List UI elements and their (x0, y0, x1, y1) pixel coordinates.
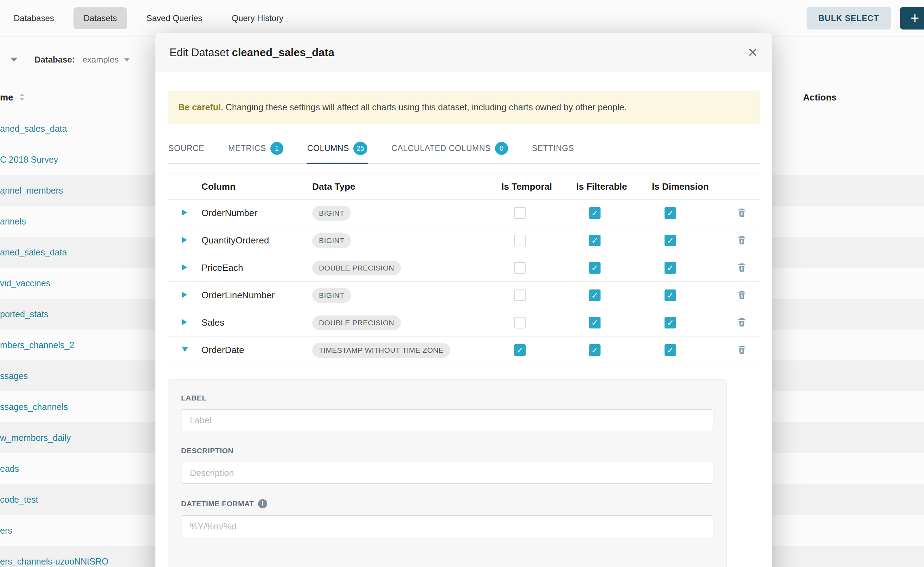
bulk-select-button[interactable]: BULK SELECT (807, 7, 891, 30)
dataset-link[interactable]: ssages (0, 371, 28, 381)
is-filterable-checkbox[interactable] (589, 235, 600, 246)
tab-label: CALCULATED COLUMNS (391, 144, 491, 153)
is-dimension-checkbox[interactable] (665, 317, 676, 328)
is-dimension-checkbox[interactable] (665, 262, 676, 274)
is-temporal-checkbox[interactable] (514, 344, 526, 356)
column-name: OrderDate (202, 345, 312, 356)
dataset-link[interactable]: ported_stats (0, 309, 48, 320)
is-temporal-checkbox[interactable] (514, 290, 526, 301)
header-is-temporal: Is Temporal (501, 181, 576, 192)
is-filterable-checkbox[interactable] (589, 344, 600, 356)
database-filter-value[interactable]: examples (83, 55, 119, 64)
description-input[interactable] (181, 462, 713, 484)
is-filterable-checkbox[interactable] (589, 317, 600, 328)
tab-label: SOURCE (169, 144, 204, 153)
nav-item-databases[interactable]: Databases (3, 8, 64, 29)
datetime-format-field: DATETIME FORMAT i (181, 499, 713, 537)
delete-icon[interactable] (737, 262, 747, 273)
dataset-link[interactable]: ssages_channels (0, 402, 68, 412)
edit-dataset-modal: Edit Dataset cleaned_sales_data ✕ Be car… (155, 33, 772, 567)
expand-caret-icon[interactable] (182, 319, 187, 325)
is-dimension-checkbox[interactable] (665, 207, 676, 219)
sort-icons[interactable] (20, 93, 25, 101)
tab-count-badge: 0 (495, 142, 508, 155)
modal-title-prefix: Edit Dataset (170, 46, 229, 58)
tab-count-badge: 1 (270, 142, 283, 155)
expand-caret-icon[interactable] (182, 292, 187, 298)
datetime-format-field-label: DATETIME FORMAT i (181, 499, 713, 508)
is-temporal-checkbox[interactable] (514, 317, 526, 328)
columns-tbody: OrderNumber BIGINT QuantityOrdered BIGIN… (168, 200, 760, 364)
tab-columns[interactable]: COLUMNS 25 (307, 140, 368, 164)
tab-settings[interactable]: SETTINGS (531, 140, 575, 164)
nav-item-saved-queries[interactable]: Saved Queries (136, 8, 212, 29)
is-temporal-checkbox[interactable] (514, 262, 526, 274)
dataset-link[interactable]: vid_vaccines (0, 278, 50, 288)
column-name: OrderNumber (202, 208, 312, 219)
column-row: OrderLineNumber BIGINT (168, 282, 760, 309)
dataset-link[interactable]: eads (0, 464, 19, 474)
dataset-link[interactable]: annel_members (0, 186, 63, 196)
dataset-link[interactable]: code_test (0, 495, 38, 505)
is-filterable-checkbox[interactable] (589, 207, 600, 219)
delete-icon[interactable] (737, 344, 747, 355)
column-name: OrderLineNumber (202, 290, 312, 301)
is-dimension-checkbox[interactable] (665, 235, 676, 246)
tab-calculated-columns[interactable]: CALCULATED COLUMNS 0 (391, 140, 509, 164)
nav-item-query-history[interactable]: Query History (221, 8, 293, 29)
is-temporal-checkbox[interactable] (514, 235, 526, 246)
expand-caret-icon[interactable] (182, 237, 187, 243)
delete-icon[interactable] (737, 317, 747, 327)
dataset-link[interactable]: aned_sales_data (0, 248, 67, 258)
tab-count-badge: 25 (354, 142, 367, 155)
nav-item-label: Query History (232, 14, 283, 23)
actions-column-header: Actions (803, 92, 837, 103)
label-field-label: LABEL (181, 394, 713, 402)
delete-icon[interactable] (737, 235, 747, 245)
is-filterable-checkbox[interactable] (589, 262, 600, 274)
warning-bold-text: Be careful. (178, 102, 223, 112)
description-field: DESCRIPTION (181, 447, 713, 484)
chevron-down-icon[interactable] (11, 58, 18, 62)
nav-item-label: Saved Queries (146, 14, 202, 23)
tab-label: SETTINGS (532, 144, 574, 153)
expand-caret-icon[interactable] (182, 209, 187, 216)
is-temporal-checkbox[interactable] (514, 207, 526, 219)
dataset-link[interactable]: C 2018 Survey (0, 154, 58, 165)
data-type-pill: BIGINT (312, 206, 351, 220)
info-icon[interactable]: i (258, 499, 267, 508)
modal-header: Edit Dataset cleaned_sales_data ✕ (155, 33, 772, 72)
dataset-link[interactable]: mbers_channels_2 (0, 340, 74, 350)
expand-caret-icon[interactable] (182, 347, 188, 352)
data-type-pill: DOUBLE PRECISION (312, 315, 401, 330)
dataset-link[interactable]: aned_sales_data (0, 124, 67, 134)
column-row: PriceEach DOUBLE PRECISION (168, 254, 760, 282)
tab-source[interactable]: SOURCE (168, 140, 205, 164)
dataset-link[interactable]: annels (0, 216, 26, 226)
delete-icon[interactable] (737, 207, 747, 218)
is-filterable-checkbox[interactable] (589, 290, 600, 301)
nav-item-datasets[interactable]: Datasets (74, 8, 127, 29)
dataset-link[interactable]: w_members_daily (0, 433, 71, 443)
expand-caret-icon[interactable] (182, 264, 187, 270)
name-column-header[interactable]: me (0, 92, 14, 103)
nav-tabs: DatabasesDatasetsSaved QueriesQuery Hist… (3, 8, 293, 29)
chevron-down-icon[interactable] (124, 58, 130, 62)
add-dataset-button[interactable]: + (900, 7, 924, 30)
is-dimension-checkbox[interactable] (665, 344, 676, 356)
warning-body-text: Changing these settings will affect all … (223, 102, 626, 112)
column-row: OrderNumber BIGINT (168, 200, 760, 227)
dataset-link[interactable]: ers_channels-uzooNNtSRO (0, 556, 108, 567)
database-filter-label: Database: (35, 55, 75, 64)
data-type-pill: DOUBLE PRECISION (312, 261, 401, 275)
datetime-format-input[interactable] (181, 515, 713, 537)
close-icon[interactable]: ✕ (748, 46, 758, 59)
header-data-type: Data Type (312, 181, 501, 192)
column-row: OrderDate TIMESTAMP WITHOUT TIME ZONE (168, 336, 760, 364)
delete-icon[interactable] (737, 290, 747, 300)
tab-metrics[interactable]: METRICS 1 (227, 140, 284, 164)
label-input[interactable] (181, 409, 713, 431)
columns-table-header: Column Data Type Is Temporal Is Filterab… (168, 174, 760, 200)
is-dimension-checkbox[interactable] (665, 290, 676, 301)
dataset-link[interactable]: ers (0, 525, 12, 536)
